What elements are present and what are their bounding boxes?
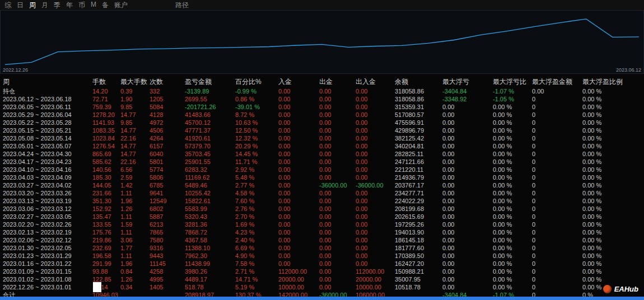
cell: 186145.18 [395,236,442,244]
cell: 0.00 [356,213,395,221]
cell: 0.00 [442,181,493,189]
column-header-2[interactable]: 最大手数 [120,77,150,86]
cell: 0 [532,150,582,158]
column-header-13[interactable]: 最大浮盈比例 [582,77,644,86]
cell: 4.23 % [235,228,278,236]
cell: 0 [532,205,582,213]
table-row[interactable]: 2023.06.12 ~ 2023.06.1872.711.9012052699… [0,95,644,103]
column-header-8[interactable]: 出入金 [356,77,395,86]
table-row[interactable]: 2023.05.01 ~ 2023.05.071276.5414.7761575… [0,142,644,150]
table-row[interactable]: 2023.02.13 ~ 2023.02.19175.761.117865786… [0,228,644,236]
cell: 15822.61 [185,197,235,205]
cell: 0 [532,166,582,174]
table-row[interactable]: 2023.01.09 ~ 2023.01.1593.880.8442583980… [0,268,644,275]
table-row[interactable]: 2023.05.08 ~ 2023.05.141023.8422.1642644… [0,134,644,142]
cell: 2023.01.16 ~ 2023.01.22 [3,260,92,268]
menu-tab-6[interactable]: 币 [78,1,85,10]
cell: 14.45 % [235,150,278,158]
cell: 2023.03.06 ~ 2023.03.12 [3,205,92,213]
cell: -36000.00 [356,181,395,189]
table-row[interactable]: 2023.01.16 ~ 2023.01.22291.991.961114511… [0,260,644,268]
cell: 203767.17 [395,181,442,189]
table-row[interactable]: 2023.04.17 ~ 2023.04.23585.6222.16580125… [0,158,644,166]
cell: 2023.01.23 ~ 2023.01.29 [3,252,92,260]
cell: 0.00 [278,119,319,126]
table-row[interactable]: 2023.02.20 ~ 2023.02.26133.551.596213328… [0,221,644,228]
cell: 0.00 [278,189,319,197]
menu-tab-1[interactable]: 日 [17,1,24,10]
column-header-9[interactable]: 余额 [395,77,442,86]
table-row[interactable]: 2023.03.13 ~ 2023.03.19351.301.961254915… [0,197,644,205]
menu-tab-5[interactable]: 年 [66,1,73,10]
bottom-scrollbar[interactable] [0,297,644,300]
table-row[interactable]: 2023.06.05 ~ 2023.06.11759.399.855084-20… [0,103,644,111]
table-row[interactable]: 2023.02.06 ~ 2023.02.12219.863.067580436… [0,236,644,244]
cell: 5084 [150,103,185,111]
cell: 22.16 [120,158,150,166]
table-row[interactable]: 2023.01.23 ~ 2023.01.29196.581.119443796… [0,252,644,260]
menu-tab-7[interactable]: M [91,1,96,10]
column-header-5[interactable]: 百分比% [235,77,278,86]
menu-tab-8[interactable]: 备 [102,1,109,10]
menu-tab-2[interactable]: 周 [29,1,36,10]
cell: 0.00 [356,252,395,260]
cell: 72.71 [92,95,120,103]
cell: 585.62 [92,158,120,166]
cell: 0.00 [278,181,319,189]
table-row[interactable]: 2023.05.22 ~ 2023.05.281141.939.85497245… [0,119,644,126]
column-header-1[interactable]: 手数 [92,77,120,86]
equity-chart[interactable]: 2022.12.26 2023.06.12 [0,10,644,74]
cell: 0.00 [319,252,356,260]
cell: 4.58 % [235,189,278,197]
menu-tab-9[interactable]: 账户 [114,1,128,10]
column-header-4[interactable]: 盈亏金额 [185,77,235,86]
cell: 0.00 [442,158,493,166]
cell: 0 [532,268,582,275]
cell: 0.00 % [582,126,644,134]
column-header-11[interactable]: 最大浮亏比 [493,77,532,86]
cell: -36000.00 [319,181,356,189]
cell: 3.06 [120,236,150,244]
table-row[interactable]: 2023.04.10 ~ 2023.04.16140.566.565774628… [0,166,644,174]
menu-tab-0[interactable]: 综 [4,1,11,10]
cell: 0.00 [356,126,395,134]
menu-tab-10[interactable]: 路径 [175,1,189,10]
cell: 0.00 [356,87,395,95]
table-row[interactable]: 2023.04.03 ~ 2023.04.09185.302.595806111… [0,174,644,181]
column-header-3[interactable]: 次数 [150,77,185,86]
column-header-10[interactable]: 最大浮亏 [442,77,493,86]
cell: 0 [532,174,582,181]
table-row[interactable]: 持仓14.200.39332-3139.89-0.99 %0.000.000.0… [0,87,644,95]
cell: 0.00 [356,119,395,126]
cell: 0.00 [319,236,356,244]
table-row[interactable]: 2023.03.27 ~ 2023.04.02144.051.426785548… [0,181,644,189]
cell: 5489.46 [185,181,235,189]
menu-tab-3[interactable]: 月 [41,1,48,10]
table-row[interactable]: 2023.04.24 ~ 2023.04.30865.6914.77604035… [0,150,644,158]
cell: 0.00 [278,103,319,111]
cell: 5320.43 [185,213,235,221]
cell: 7962.30 [185,252,235,260]
cell: 0.00 % [493,205,532,213]
cell: 0.00 % [493,260,532,268]
cell: 0.00 % [493,189,532,197]
column-header-7[interactable]: 出金 [319,77,356,86]
table-row[interactable]: 2023.01.30 ~ 2023.02.05232.691.779316113… [0,244,644,252]
column-header-0[interactable]: 周 [3,77,92,86]
menu-tab-4[interactable]: 季 [54,1,60,10]
cell: 0.00 [319,111,356,119]
cell: 318058.86 [395,95,442,103]
cell: 0.00 [442,174,493,181]
cell: 7580 [150,236,185,244]
cell: 2022.12.26 ~ 2023.01.01 [3,283,92,291]
table-row[interactable]: 2023.02.27 ~ 2023.03.05135.471.115887532… [0,213,644,221]
table-row[interactable]: 2023.03.20 ~ 2023.03.26231.661.119641102… [0,189,644,197]
cell: 0.00 % [493,103,532,111]
column-header-12[interactable]: 最大浮盈金额 [532,77,582,86]
cell: -1.07 % [493,87,532,95]
cell: 1141.93 [92,119,120,126]
table-row[interactable]: 2023.03.06 ~ 2023.03.12152.921.266802558… [0,205,644,213]
table-row[interactable]: 2023.05.29 ~ 2023.06.041278.2014.7741284… [0,111,644,119]
table-row[interactable]: 2023.05.15 ~ 2023.05.211083.3514.7745064… [0,126,644,134]
column-header-6[interactable]: 入金 [278,77,319,86]
